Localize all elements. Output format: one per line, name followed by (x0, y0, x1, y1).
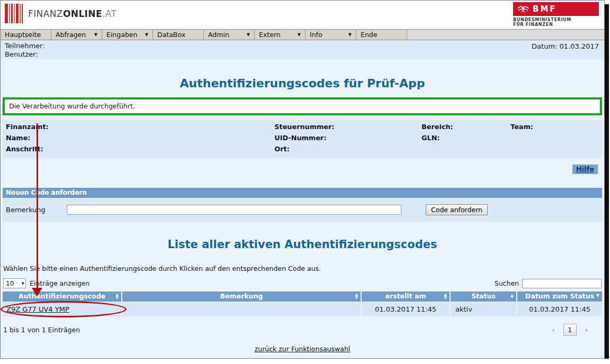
team-label: Team: (510, 123, 599, 131)
logo-finanz: FINANZ (28, 8, 63, 19)
sort-both-icon: ▲ ▼ (116, 293, 119, 299)
menu-filler (407, 30, 604, 40)
menu-item-hauptseite[interactable]: Hauptseite (1, 30, 51, 40)
date-display: Datum: 01.03.2017 (532, 42, 599, 51)
column-label: Authentifizierungscode (19, 292, 105, 300)
chevron-down-icon: ▼ (145, 32, 148, 37)
taxpayer-info-panel: Finanzamt: Steuernummer: Bereich: Team: … (3, 120, 602, 158)
menu-item-eingaben[interactable]: Eingaben▼ (102, 30, 153, 40)
chevron-down-icon: ▼ (348, 32, 352, 37)
ministry-name: BUNDESMINISTERIUM FÜR FINANZEN (513, 17, 599, 27)
table-footer: 1 bis 1 von 1 Einträgen ‹ 1 › (3, 324, 602, 336)
cell-status: aktiv (451, 302, 516, 316)
column-header-authentifizierungscode[interactable]: Authentifizierungscode ▲ ▼ (3, 292, 121, 302)
menu-item-extern[interactable]: Extern▼ (255, 30, 306, 40)
anschrift-label: Anschrift: (6, 145, 274, 153)
finanzamt-label: Finanzamt: (6, 123, 274, 131)
bemerkung-label: Bemerkung (6, 206, 67, 214)
table-controls: 10 ▼ Einträge anzeigen Suchen (3, 278, 602, 288)
app-header: FINANZONLINE.AT BMF BUNDESMINISTERIUM FÜ… (1, 1, 604, 29)
logo-bars-icon (5, 4, 24, 23)
cell-bemerkung (122, 302, 361, 316)
sort-desc-icon: ▼ (596, 294, 599, 297)
sort-both-icon: ▲ ▼ (355, 293, 358, 299)
list-instruction: Wählen Sie bitte einen Authentifizierung… (3, 265, 604, 272)
menu-label: DataBox (157, 31, 185, 39)
bemerkung-input[interactable] (67, 205, 401, 215)
steuernummer-label: Steuernummer: (274, 123, 421, 131)
sort-both-icon: ▲ ▼ (444, 293, 447, 299)
ministry-line-2: FÜR FINANZEN (513, 22, 599, 27)
list-heading: Liste aller aktiven Authentifizierungsco… (1, 238, 604, 251)
finanzonline-logo: FINANZONLINE.AT (5, 4, 116, 23)
column-header-erstellt-am[interactable]: erstellt am ▲ ▼ (362, 292, 450, 302)
pagination-next-icon[interactable]: › (585, 326, 588, 334)
auth-code-link[interactable]: Z9Z G77 UV4 YMP (6, 305, 69, 313)
search-label: Suchen (495, 279, 519, 287)
column-header-status[interactable]: Status ▲ (451, 292, 516, 302)
menu-label: Extern (259, 31, 281, 39)
entries-select-value: 10 (6, 280, 14, 287)
menu-item-info[interactable]: Info▼ (306, 30, 356, 40)
cell-datum-zum-status: 01.03.2017 11:45 (517, 302, 602, 316)
pagination: ‹ 1 › (552, 324, 588, 336)
column-header-datum-zum-status[interactable]: Datum zum Status ▼ (517, 292, 602, 302)
request-section-body: Bemerkung Code anfordern (3, 198, 602, 222)
menu-item-admin[interactable]: Admin▼ (204, 30, 255, 40)
column-label: Datum zum Status (525, 292, 594, 300)
success-message: Die Verarbeitung wurde durchgeführt. (9, 102, 135, 110)
menu-label: Admin (208, 31, 229, 39)
logo-at: .AT (102, 8, 116, 19)
logo-text: FINANZONLINE.AT (28, 8, 116, 19)
benutzer-label: Benutzer: (5, 50, 599, 59)
uid-nummer-label: UID-Nummer: (274, 134, 421, 142)
ort-label: Ort: (274, 145, 421, 153)
entries-select[interactable]: 10 ▼ (3, 278, 26, 288)
menu-label: Info (310, 31, 322, 39)
column-label: Status (471, 292, 496, 300)
menu-item-abfragen[interactable]: Abfragen▼ (51, 30, 102, 40)
menu-item-ende[interactable]: Ende (356, 30, 407, 40)
hilfe-row: Hilfe (1, 165, 598, 174)
menu-label: Hauptseite (5, 31, 41, 39)
bmf-banner: BMF (513, 2, 599, 15)
ministry-line-1: BUNDESMINISTERIUM (513, 17, 599, 22)
gln-label: GLN: (421, 134, 510, 142)
pagination-prev-icon[interactable]: ‹ (552, 326, 555, 334)
empty-cell (510, 145, 599, 153)
back-to-functions-link[interactable]: zurück zur Funktionsauswahl (255, 345, 351, 353)
hilfe-box: Hilfe (572, 165, 598, 174)
success-message-box: Die Verarbeitung wurde durchgeführt. (3, 97, 602, 115)
logo-online: ONLINE (63, 8, 102, 19)
empty-cell (421, 145, 510, 153)
table-header-row: Authentifizierungscode ▲ ▼ Bemerkung ▲ ▼… (3, 292, 602, 302)
table-row: Z9Z G77 UV4 YMP 01.03.2017 11:45 aktiv 0… (3, 302, 602, 316)
pagination-page-1[interactable]: 1 (563, 324, 577, 336)
code-anfordern-button[interactable]: Code anfordern (426, 204, 488, 215)
bereich-label: Bereich: (421, 123, 510, 131)
entries-label: Einträge anzeigen (30, 279, 89, 287)
finanzonline-window: FINANZONLINE.AT BMF BUNDESMINISTERIUM FÜ… (0, 0, 605, 359)
menu-item-databox[interactable]: DataBox (153, 30, 204, 40)
sort-asc-icon: ▲ (510, 294, 514, 297)
chevron-down-icon: ▼ (298, 32, 301, 37)
page-title: Authentifizierungscodes für Prüf-App (1, 77, 604, 90)
column-header-bemerkung[interactable]: Bemerkung ▲ ▼ (122, 292, 361, 302)
empty-cell (510, 134, 599, 142)
bmf-eagle-icon (517, 4, 529, 13)
back-row: zurück zur Funktionsauswahl (1, 345, 604, 353)
hilfe-link[interactable]: Hilfe (576, 165, 594, 173)
search-input[interactable] (522, 279, 602, 288)
column-label: erstellt am (385, 292, 426, 300)
session-bar: Teilnehmer: Benutzer: Datum: 01.03.2017 (1, 40, 604, 59)
menu-label: Ende (361, 31, 377, 39)
request-section-header: Neuen Code anfordern (3, 188, 602, 198)
teilnehmer-label: Teilnehmer: (5, 42, 599, 50)
name-label: Name: (6, 134, 274, 142)
chevron-down-icon: ▼ (22, 281, 24, 286)
cell-erstellt-am: 01.03.2017 11:45 (362, 302, 450, 316)
chevron-down-icon: ▼ (94, 32, 97, 37)
codes-table: Authentifizierungscode ▲ ▼ Bemerkung ▲ ▼… (3, 292, 602, 316)
chevron-down-icon: ▼ (247, 32, 250, 37)
entries-count: 1 bis 1 von 1 Einträgen (3, 326, 80, 334)
